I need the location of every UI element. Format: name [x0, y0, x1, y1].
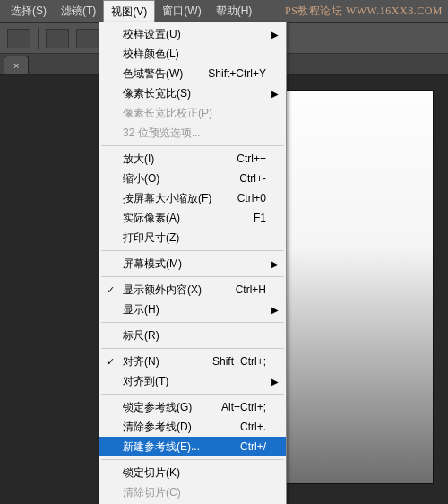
menu-item[interactable]: ✓显示额外内容(X)Ctrl+H — [99, 280, 286, 300]
menu-item-shortcut: Alt+Ctrl+; — [221, 401, 266, 413]
menu-item-label: 缩小(O) — [123, 171, 159, 187]
menu-item-shortcut: Ctrl+. — [240, 421, 266, 433]
menu-item-label: 对齐到(T) — [123, 374, 168, 389]
menu-item[interactable]: 清除参考线(D)Ctrl+. — [99, 417, 286, 437]
menu-item-label: 像素长宽比校正(P) — [123, 106, 212, 121]
menu-filter[interactable]: 滤镜(T) — [54, 0, 103, 22]
menu-item[interactable]: 按屏幕大小缩放(F)Ctrl+0 — [99, 188, 286, 208]
menu-help[interactable]: 帮助(H) — [209, 0, 260, 22]
menu-item-label: 新建参考线(E)... — [123, 439, 200, 455]
menu-item[interactable]: 实际像素(A)F1 — [99, 208, 286, 228]
menu-item-shortcut: Ctrl+- — [239, 172, 266, 185]
menu-separator — [101, 394, 284, 395]
menu-item-label: 打印尺寸(Z) — [123, 230, 179, 246]
menu-item: 32 位预览选项... — [99, 123, 286, 143]
tool-icon[interactable] — [7, 29, 30, 48]
menu-item[interactable]: 色域警告(W)Shift+Ctrl+Y — [99, 64, 286, 83]
menu-item-label: 像素长宽比(S) — [123, 86, 191, 101]
menu-item-label: 色域警告(W) — [123, 66, 183, 82]
menu-separator — [101, 348, 284, 349]
menu-item[interactable]: 缩小(O)Ctrl+- — [99, 169, 286, 188]
menu-separator — [101, 145, 284, 146]
menu-item-label: 显示额外内容(X) — [123, 282, 202, 298]
check-icon: ✓ — [107, 284, 115, 296]
tool-icon[interactable] — [46, 29, 69, 48]
view-dropdown-menu: 校样设置(U)▶校样颜色(L)色域警告(W)Shift+Ctrl+Y像素长宽比(… — [99, 22, 287, 504]
submenu-arrow-icon: ▶ — [271, 30, 279, 39]
menu-item-label: 清除参考线(D) — [123, 420, 192, 435]
menu-item-label: 屏幕模式(M) — [123, 256, 182, 272]
menu-item-shortcut: Ctrl++ — [237, 152, 266, 165]
menu-item-shortcut: Ctrl+0 — [237, 192, 266, 204]
menu-item-shortcut: Shift+Ctrl+; — [212, 355, 266, 368]
menu-item[interactable]: 新建参考线(E)...Ctrl+/ — [99, 437, 286, 456]
menu-item[interactable]: 像素长宽比(S)▶ — [99, 83, 286, 103]
submenu-arrow-icon: ▶ — [271, 377, 279, 387]
submenu-arrow-icon: ▶ — [271, 89, 279, 99]
menu-item[interactable]: ✓对齐(N)Shift+Ctrl+; — [99, 352, 286, 371]
menu-item[interactable]: 放大(I)Ctrl++ — [99, 149, 286, 169]
menu-item[interactable]: 屏幕模式(M)▶ — [99, 254, 286, 274]
tool-icon[interactable] — [76, 29, 99, 48]
submenu-arrow-icon: ▶ — [271, 305, 279, 315]
menu-item: 像素长宽比校正(P) — [99, 103, 286, 123]
menu-item-shortcut: Shift+Ctrl+Y — [208, 67, 266, 80]
menu-item-label: 校样设置(U) — [123, 27, 181, 42]
menu-item[interactable]: 对齐到(T)▶ — [99, 371, 286, 391]
menu-separator — [101, 459, 284, 460]
menu-item-shortcut: F1 — [254, 212, 266, 224]
menu-item[interactable]: 校样颜色(L) — [99, 44, 286, 64]
menu-item-label: 放大(I) — [123, 152, 154, 167]
menu-item-label: 实际像素(A) — [123, 211, 180, 226]
document-canvas[interactable] — [278, 90, 434, 484]
menu-item[interactable]: 校样设置(U)▶ — [99, 24, 286, 44]
menu-window[interactable]: 窗口(W) — [155, 0, 208, 22]
toolbar-separator — [38, 28, 39, 49]
menu-separator — [101, 276, 284, 277]
menu-item-label: 显示(H) — [123, 302, 159, 317]
menu-item[interactable]: 锁定切片(K) — [99, 463, 286, 482]
menu-item[interactable]: 标尺(R) — [99, 326, 286, 345]
menu-item[interactable]: 打印尺寸(Z) — [99, 228, 286, 248]
menu-item-shortcut: Ctrl+/ — [240, 440, 266, 453]
menu-separator — [101, 322, 284, 323]
menu-item-label: 锁定切片(K) — [123, 465, 180, 481]
submenu-arrow-icon: ▶ — [271, 259, 279, 269]
menu-item-label: 按屏幕大小缩放(F) — [123, 191, 211, 206]
menu-item-label: 标尺(R) — [123, 328, 159, 343]
menu-item[interactable]: 显示(H)▶ — [99, 300, 286, 319]
menu-select[interactable]: 选择(S) — [4, 0, 54, 22]
menu-item-label: 对齐(N) — [123, 354, 159, 369]
watermark-text: PS教程论坛 WWW.16XX8.COM — [285, 4, 443, 19]
document-tab[interactable]: × — [4, 56, 29, 74]
menu-view[interactable]: 视图(V) — [103, 0, 155, 23]
menu-separator — [101, 250, 284, 251]
menu-item-label: 32 位预览选项... — [123, 126, 201, 141]
menu-item-shortcut: Ctrl+H — [236, 283, 266, 296]
menu-item-label: 锁定参考线(G) — [123, 400, 192, 415]
menu-item-label: 清除切片(C) — [123, 485, 181, 500]
check-icon: ✓ — [107, 356, 115, 368]
menu-item[interactable]: 锁定参考线(G)Alt+Ctrl+; — [99, 397, 286, 417]
menu-item-label: 校样颜色(L) — [123, 47, 179, 62]
menu-item: 清除切片(C) — [99, 482, 286, 502]
